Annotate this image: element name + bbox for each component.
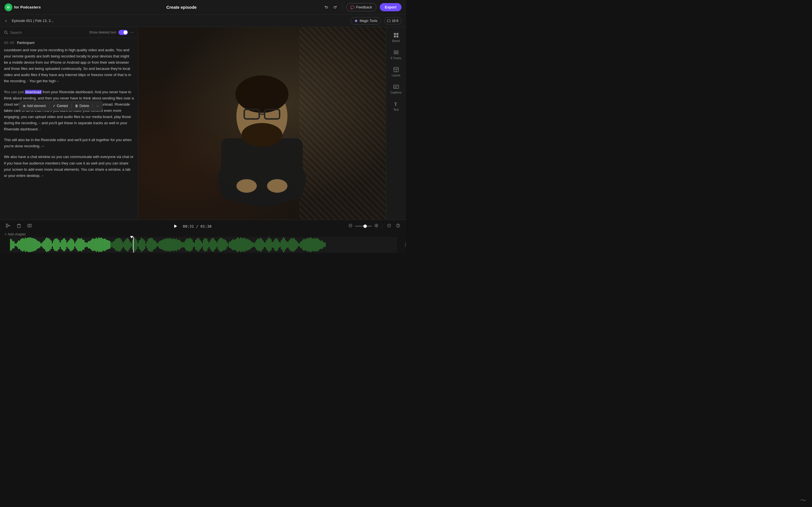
waveform-bar [201,241,202,248]
waveform-bar [130,241,131,248]
waveform-bar [176,238,177,251]
waveform-bar [193,242,194,248]
deleted-text-toggle[interactable] [118,30,128,35]
waveform-bar [165,239,165,251]
waveform-bar [95,238,96,251]
waveform-bar [119,238,120,251]
timeline-clip-button[interactable] [26,222,33,230]
redo-button[interactable] [331,4,339,11]
highlighted-word: download [25,90,42,94]
waveform-bar [20,239,21,250]
waveform-bar [247,239,248,251]
waveform-bar [248,239,249,250]
waveform-bar [213,238,214,251]
waveform-bar [44,240,45,249]
timeline-delete-button[interactable] [15,222,22,230]
layout-icon [393,66,399,73]
sidebar-item-captions[interactable]: Captions [388,81,405,97]
more-options-button[interactable]: ··· [130,30,134,35]
waveform-bar [29,237,30,252]
waveform-bar [13,241,14,248]
zoom-in-button[interactable] [374,223,378,229]
zoom-out-button[interactable] [348,223,353,229]
undo-button[interactable] [322,4,330,11]
transcript-paragraph-4: We also have a chat window so you can co… [4,154,134,179]
sidebar-item-tracks[interactable]: 8 Tracks [388,47,405,62]
search-input[interactable] [10,31,87,35]
aspect-ratio-button[interactable]: 16:9 [384,17,402,24]
sidebar-item-brand[interactable]: Brand [388,29,405,45]
back-button[interactable]: ‹ [4,17,7,24]
undo-redo-group [322,4,339,11]
text-icon: T [393,101,399,107]
timeline-settings-button[interactable] [386,222,393,230]
waveform-bar [187,238,188,251]
svg-point-15 [236,179,257,193]
play-button[interactable] [170,221,180,231]
zoom-slider[interactable] [355,226,372,227]
spotify-logo: for Podcasters [4,3,41,11]
sidebar-item-layout[interactable]: Layout [388,64,405,80]
add-track-button[interactable]: + [405,241,406,249]
waveform-bar [101,238,102,252]
waveform-bar [172,238,173,251]
delete-button[interactable]: 🗑 Delete [73,103,92,109]
waveform-bar [43,241,44,248]
waveform-bar [212,238,213,251]
waveform-bar [148,239,149,250]
top-bar-right: Feedback Export [322,3,402,11]
waveform-bar [161,240,162,249]
waveform-bar [284,238,285,252]
more-context-button[interactable]: ··· [94,103,101,109]
sidebar-item-text[interactable]: T Text [388,98,405,114]
waveform-bar [269,238,270,251]
main-layout: Show deleted text ··· 00:00 Participant … [0,27,406,220]
timeline-help-button[interactable] [395,222,402,230]
waveform-container[interactable] [9,237,397,252]
waveform-bar [307,238,308,251]
feedback-label: Feedback [356,5,372,9]
waveform-bar [51,240,52,249]
waveform-bar [280,242,281,247]
waveform-bar [229,242,230,247]
waveform-bar [113,241,114,248]
waveform-bar [310,237,311,252]
svg-line-3 [7,33,8,34]
waveform-bar [77,239,78,250]
waveform-bar [325,242,326,247]
waveform-bar [232,239,233,250]
waveform-bar [175,239,175,251]
timeline-right [348,222,402,230]
waveform-bar [258,239,259,251]
page-title: Create episode [166,5,197,10]
magic-tools-button[interactable]: Magic Tools [350,17,381,24]
waveform-bar [207,241,208,248]
export-button[interactable]: Export [380,3,402,11]
add-chapter-button[interactable]: + Add chapter [4,232,26,236]
waveform-bar [192,239,193,250]
waveform-bar [149,238,150,251]
waveform-bar [123,242,124,247]
waveform-bar [17,242,18,247]
waveform-bar [150,238,151,252]
person-figure [194,50,330,220]
waveform-bar [297,241,297,249]
svg-text:T: T [394,102,397,107]
waveform-bar [60,242,61,247]
feedback-button[interactable]: Feedback [346,3,376,11]
waveform-bar [62,239,63,250]
waveform-bar [191,238,192,251]
waveform-bar [90,240,91,249]
waveform-bar [288,242,289,248]
svg-point-9 [242,123,283,147]
waveform-bar [50,239,50,250]
correct-button[interactable]: ✓ Correct [50,103,70,109]
timeline-scissors-button[interactable] [4,222,12,230]
waveform-bar [168,238,169,251]
waveform-bar [71,238,72,251]
waveform-bar [289,240,290,249]
waveform-bar [114,241,115,248]
waveform-bar [32,238,33,251]
add-element-button[interactable]: ⊕ Add element [20,103,48,109]
waveform-bar [235,239,236,250]
